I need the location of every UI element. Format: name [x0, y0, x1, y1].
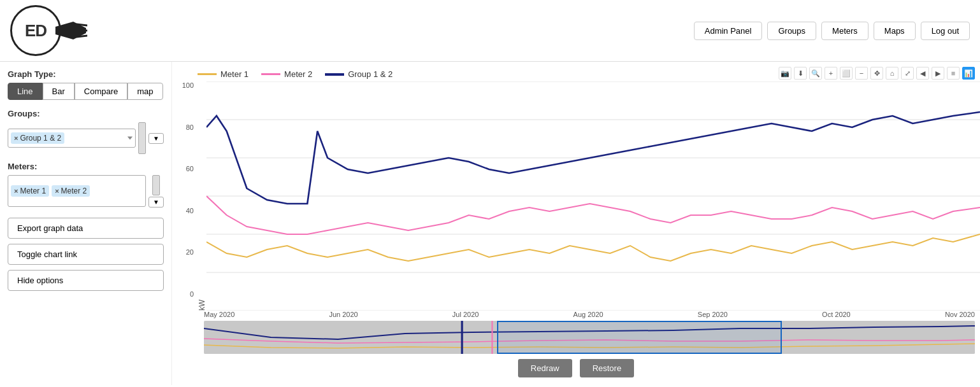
meter-tag-label-1: Meter 1	[20, 186, 46, 195]
graph-type-bar[interactable]: Bar	[43, 83, 75, 100]
legend-label-group12: Group 1 & 2	[348, 69, 393, 79]
export-graph-button[interactable]: Export graph data	[8, 218, 164, 239]
legend-line-group12	[325, 73, 344, 76]
group-tag-label-1: Group 1 & 2	[20, 134, 61, 143]
meter-tag-remove-1[interactable]: ×	[14, 187, 18, 195]
legend-item-meter2: Meter 2	[261, 69, 312, 79]
legend-item-meter1: Meter 1	[198, 69, 249, 79]
x-tick-sep2020: Sep 2020	[698, 311, 728, 318]
groups-chevron-icon: ▼	[153, 135, 159, 142]
groups-dropdown-btn[interactable]: ▼	[148, 133, 164, 144]
graph-type-label: Graph Type:	[8, 69, 164, 79]
meter-tag-1: × Meter 1	[11, 185, 49, 197]
main-layout: Graph Type: Line Bar Compare map Groups:…	[0, 62, 980, 385]
groups-label: Groups:	[8, 109, 164, 118]
groups-button[interactable]: Groups	[767, 22, 816, 40]
graph-type-compare[interactable]: Compare	[75, 83, 127, 100]
groups-section: Groups: × Group 1 & 2 ▼	[8, 109, 164, 154]
camera-icon[interactable]: 📷	[779, 67, 791, 80]
meters-scroll-handle[interactable]	[152, 175, 160, 195]
y-tick-0: 0	[177, 290, 194, 298]
meters-button[interactable]: Meters	[821, 22, 868, 40]
x-axis: May 2020 Jun 2020 Jul 2020 Aug 2020 Sep …	[172, 311, 975, 318]
group-tag-1: × Group 1 & 2	[11, 132, 64, 144]
legend-label-meter2: Meter 2	[284, 69, 312, 79]
meter-tag-remove-2[interactable]: ×	[55, 187, 59, 195]
redraw-area: Redraw Restore	[172, 354, 980, 383]
sidebar: Graph Type: Line Bar Compare map Groups:…	[0, 62, 172, 385]
restore-button[interactable]: Restore	[580, 359, 635, 377]
logo-text: ED	[25, 21, 47, 41]
y-tick-20: 20	[177, 248, 194, 256]
meters-dropdown-btn[interactable]: ▼	[148, 197, 164, 208]
group-tag-remove-1[interactable]: ×	[14, 134, 18, 142]
prev-icon[interactable]: ◀	[916, 67, 929, 80]
next-icon[interactable]: ▶	[932, 67, 944, 80]
svg-line-2	[76, 36, 87, 37]
hide-options-button[interactable]: Hide options	[8, 270, 164, 291]
zoom-rect-icon[interactable]: ⬜	[840, 67, 853, 80]
meter1-line	[206, 234, 980, 261]
x-tick-jun2020: Jun 2020	[329, 311, 357, 318]
admin-panel-button[interactable]: Admin Panel	[694, 22, 763, 40]
y-axis-label: kW	[198, 81, 206, 311]
y-axis: 100 80 60 40 20 0	[172, 81, 198, 311]
groups-select[interactable]: × Group 1 & 2	[8, 129, 136, 148]
mini-chart-selection[interactable]	[497, 321, 782, 354]
graph-type-buttons: Line Bar Compare map	[8, 83, 164, 100]
bar-chart-icon[interactable]: 📊	[962, 67, 975, 80]
download-icon[interactable]: ⬇	[794, 67, 807, 80]
graph-type-map[interactable]: map	[127, 83, 162, 100]
show-hide-icon[interactable]: ≡	[947, 67, 960, 80]
x-tick-nov2020: Nov 2020	[945, 311, 975, 318]
chart-toolbar: 📷 ⬇ 🔍 + ⬜ − ✥ ⌂ ⤢ ◀ ▶ ≡ 📊	[779, 67, 975, 80]
meters-chevron-icon: ▼	[153, 199, 159, 206]
groups-dropdown-arrow[interactable]	[127, 137, 133, 140]
reset-icon[interactable]: ⌂	[886, 67, 898, 80]
legend-label-meter1: Meter 1	[220, 69, 249, 79]
toggle-chart-link-button[interactable]: Toggle chart link	[8, 244, 164, 265]
svg-line-0	[76, 24, 87, 25]
meters-label: Meters:	[8, 162, 164, 171]
y-tick-80: 80	[177, 123, 194, 131]
zoom-in-icon[interactable]: 🔍	[809, 67, 822, 80]
y-tick-100: 100	[177, 81, 194, 89]
redraw-button[interactable]: Redraw	[518, 359, 572, 377]
plus-icon[interactable]: +	[825, 67, 837, 80]
x-tick-aug2020: Aug 2020	[573, 311, 603, 318]
meter2-line	[206, 196, 980, 234]
y-tick-60: 60	[177, 165, 194, 172]
legend-line-meter1	[198, 73, 217, 75]
meter-tag-2: × Meter 2	[52, 185, 90, 197]
x-tick-may2020: May 2020	[204, 311, 234, 318]
minus-icon[interactable]: −	[855, 67, 868, 80]
chart-area: 📷 ⬇ 🔍 + ⬜ − ✥ ⌂ ⤢ ◀ ▶ ≡ 📊 Meter 1 Meter …	[172, 62, 980, 385]
y-tick-40: 40	[177, 207, 194, 215]
x-tick-oct2020: Oct 2020	[822, 311, 851, 318]
main-chart-svg	[206, 81, 980, 311]
legend-line-meter2	[261, 73, 280, 75]
meter-tag-label-2: Meter 2	[61, 186, 87, 195]
meters-section: Meters: × Meter 1 × Meter 2 ▼	[8, 162, 164, 208]
maps-button[interactable]: Maps	[874, 22, 916, 40]
groups-scroll-handle[interactable]	[138, 122, 146, 154]
header: ED Admin Panel Groups Meters Maps Log ou…	[0, 0, 980, 62]
autoscale-icon[interactable]: ⤢	[901, 67, 914, 80]
meters-select[interactable]: × Meter 1 × Meter 2	[8, 175, 146, 207]
nav-buttons: Admin Panel Groups Meters Maps Log out	[694, 22, 970, 40]
graph-type-line[interactable]: Line	[8, 83, 43, 100]
mini-chart	[204, 321, 975, 354]
logo: ED	[10, 5, 61, 56]
pan-icon[interactable]: ✥	[870, 67, 883, 80]
legend-item-group12: Group 1 & 2	[325, 69, 393, 79]
horn-icon	[55, 19, 87, 42]
action-buttons: Export graph data Toggle chart link Hide…	[8, 218, 164, 291]
logout-button[interactable]: Log out	[921, 22, 970, 40]
x-tick-jul2020: Jul 2020	[452, 311, 479, 318]
